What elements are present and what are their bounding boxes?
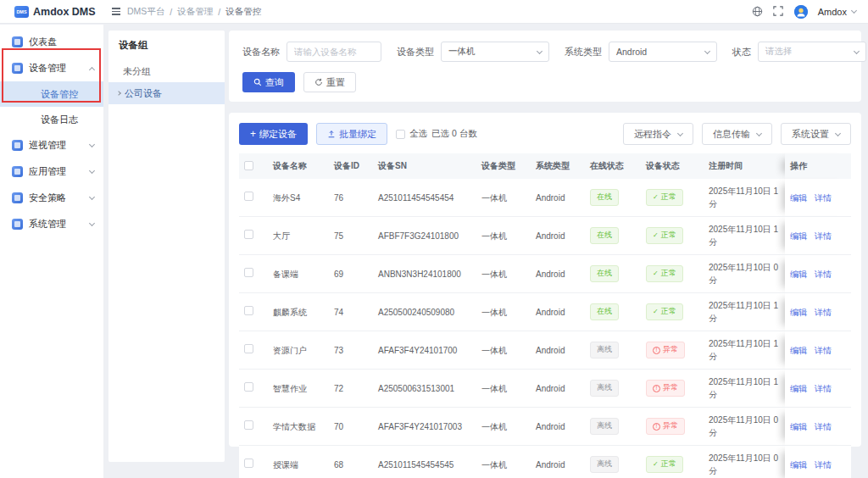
detail-link[interactable]: 详情 — [815, 308, 832, 317]
row-checkbox[interactable] — [244, 344, 253, 353]
language-globe-icon[interactable] — [752, 6, 763, 17]
sidebar-item-device-control[interactable]: 设备管控 — [0, 81, 103, 107]
row-checkbox[interactable] — [244, 192, 253, 201]
sidebar-item-security-policy[interactable]: 安全策略 — [0, 185, 103, 211]
row-checkbox[interactable] — [244, 382, 253, 392]
cell-reg-time: 2025年11月10日 1分 — [704, 293, 785, 331]
group-item-label: 公司设备 — [125, 87, 162, 100]
cell-os-type: Android — [531, 293, 585, 331]
row-checkbox[interactable] — [244, 459, 253, 468]
device-name-input[interactable] — [287, 42, 381, 62]
refresh-icon — [314, 78, 323, 86]
device-group-panel: 设备组 未分组 公司设备 — [108, 31, 225, 462]
edit-link[interactable]: 编辑 — [790, 270, 807, 279]
device-group-title: 设备组 — [108, 39, 225, 60]
col-device-type: 设备类型 — [476, 153, 531, 179]
search-icon — [253, 78, 262, 86]
search-button[interactable]: 查询 — [242, 72, 295, 92]
detail-link[interactable]: 详情 — [815, 231, 832, 241]
edit-link[interactable]: 编辑 — [790, 346, 807, 355]
row-checkbox[interactable] — [244, 420, 253, 430]
sidebar-item-device-mgmt[interactable]: 设备管理 — [0, 55, 103, 81]
warning-icon: ! — [653, 385, 660, 392]
cell-device-id: 72 — [329, 370, 373, 408]
security-policy-icon — [12, 192, 23, 203]
logo-icon: DMS — [14, 6, 29, 18]
cell-device-name: 海外S4 — [268, 179, 329, 217]
sidebar-item-inspection-mgmt[interactable]: 巡视管理 — [0, 132, 103, 158]
sidebar-item-dashboard[interactable]: 仪表盘 — [0, 29, 103, 55]
detail-link[interactable]: 详情 — [815, 346, 832, 355]
cell-device-id: 68 — [329, 446, 373, 478]
user-avatar[interactable] — [794, 5, 808, 19]
device-type-select[interactable]: 一体机 — [441, 42, 549, 62]
header-checkbox[interactable] — [244, 161, 253, 170]
row-checkbox[interactable] — [244, 230, 253, 239]
cell-device-id: 69 — [329, 255, 373, 293]
detail-link[interactable]: 详情 — [815, 193, 832, 203]
group-item-company[interactable]: 公司设备 — [108, 82, 225, 104]
status-select[interactable]: 请选择 — [758, 42, 866, 62]
edit-link[interactable]: 编辑 — [790, 384, 807, 393]
detail-link[interactable]: 详情 — [815, 422, 832, 431]
reset-button[interactable]: 重置 — [303, 72, 356, 92]
breadcrumb-item[interactable]: 设备管理 — [177, 6, 213, 18]
row-checkbox[interactable] — [244, 268, 253, 277]
inspection-mgmt-icon — [12, 140, 23, 151]
cell-reg-time: 2025年11月10日 1分 — [704, 217, 785, 255]
col-reg-time: 注册时间 — [704, 153, 785, 179]
check-icon: ✓ — [653, 308, 659, 315]
table-row: 备课端 69 ANBN3N3H24101800 一体机 Android 在线 ✓… — [239, 255, 851, 293]
select-all-checkbox[interactable] — [396, 130, 405, 139]
detail-link[interactable]: 详情 — [815, 384, 832, 393]
breadcrumb-item[interactable]: DMS平台 — [127, 6, 164, 18]
edit-link[interactable]: 编辑 — [790, 231, 807, 241]
group-item-ungrouped[interactable]: 未分组 — [108, 60, 225, 82]
sidebar-item-label: 系统管理 — [29, 218, 66, 231]
user-name[interactable]: Amdox — [818, 7, 847, 17]
col-operations: 操作 — [785, 153, 851, 179]
sidebar-item-device-log[interactable]: 设备日志 — [0, 107, 103, 132]
device-status-tag: ✓正常 — [646, 189, 683, 206]
edit-link[interactable]: 编辑 — [790, 308, 807, 317]
online-status-tag: 离线 — [590, 456, 619, 473]
system-settings-dropdown[interactable]: 系统设置 — [781, 123, 851, 145]
batch-bind-button[interactable]: 批量绑定 — [316, 123, 387, 145]
online-status-tag: 离线 — [590, 342, 619, 358]
col-device-id: 设备ID — [329, 153, 373, 179]
filter-card: 设备名称 设备类型 一体机 系统类型 Android 状态 请选择 — [229, 31, 861, 102]
detail-link[interactable]: 详情 — [815, 270, 832, 279]
info-transfer-dropdown[interactable]: 信息传输 — [702, 123, 772, 145]
detail-link[interactable]: 详情 — [815, 460, 832, 470]
breadcrumb-separator: / — [170, 7, 172, 17]
sidebar-item-app-mgmt[interactable]: 应用管理 — [0, 158, 103, 185]
cell-reg-time: 2025年11月10日 0分 — [704, 446, 785, 478]
cell-device-sn: AFBF7F3G24101800 — [373, 217, 476, 255]
device-type-value: 一体机 — [448, 46, 476, 58]
edit-link[interactable]: 编辑 — [790, 422, 807, 431]
reset-button-label: 重置 — [326, 76, 345, 89]
fullscreen-icon[interactable] — [773, 6, 784, 17]
bind-device-button[interactable]: + 绑定设备 — [239, 123, 308, 145]
cell-device-sn: AFAF3F4Y241017003 — [373, 408, 476, 446]
menu-collapse-icon[interactable] — [112, 8, 120, 15]
table-row: 授课端 68 A251011545454545 一体机 Android 离线 ✓… — [239, 446, 851, 478]
cell-reg-time: 2025年11月10日 1分 — [704, 331, 785, 370]
cell-device-id: 73 — [329, 331, 373, 370]
brand-name: Amdox DMS — [33, 6, 96, 18]
os-type-select[interactable]: Android — [609, 42, 717, 62]
edit-link[interactable]: 编辑 — [790, 193, 807, 203]
edit-link[interactable]: 编辑 — [790, 460, 807, 470]
plus-icon: + — [250, 129, 256, 139]
cell-device-sn: A250500631513001 — [373, 370, 476, 408]
cell-reg-time: 2025年11月10日 0分 — [704, 255, 785, 293]
chevron-down-icon — [854, 47, 860, 53]
remote-command-dropdown[interactable]: 远程指令 — [623, 123, 693, 145]
table-header-row: 设备名称 设备ID 设备SN 设备类型 系统类型 在线状态 设备状态 注册时间 … — [239, 153, 851, 179]
sidebar-item-system-mgmt[interactable]: 系统管理 — [0, 211, 103, 237]
online-status-tag: 离线 — [590, 418, 619, 435]
row-checkbox[interactable] — [244, 306, 253, 315]
table-row: 智慧作业 72 A250500631513001 一体机 Android 离线 … — [239, 370, 851, 408]
user-menu-chevron-icon[interactable] — [851, 8, 857, 14]
cell-device-type: 一体机 — [476, 217, 531, 255]
